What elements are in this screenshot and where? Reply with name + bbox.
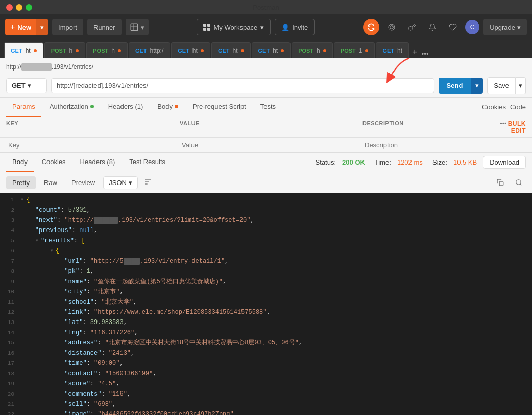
res-tab-test-results[interactable]: Test Results — [123, 153, 172, 172]
window-controls — [6, 4, 32, 11]
send-button[interactable]: Send — [439, 78, 471, 94]
tab-7[interactable]: POST h — [292, 42, 333, 58]
tab-2[interactable]: POST h — [86, 42, 128, 58]
search-button[interactable] — [512, 175, 526, 190]
tab-3[interactable]: GET http:/ — [129, 42, 170, 58]
key-input[interactable] — [6, 140, 180, 150]
maximize-button[interactable] — [26, 4, 32, 11]
auth-dot — [90, 105, 94, 108]
view-tab-preview[interactable]: Preview — [65, 176, 101, 189]
new-dropdown-arrow[interactable]: ▾ — [36, 19, 48, 35]
tab-label: h — [111, 47, 115, 54]
main-content: http://██████.193/v1/entries/ GET ▾ Send… — [0, 58, 532, 415]
copy-button[interactable] — [493, 175, 507, 190]
value-input[interactable] — [180, 140, 362, 150]
toolbar-center: My Workspace ▾ 👤 Invite — [153, 19, 359, 35]
send-dropdown[interactable]: ▾ — [471, 78, 483, 94]
res-tab-headers[interactable]: Headers (8) — [74, 153, 122, 172]
svg-point-8 — [516, 180, 521, 185]
res-tab-body[interactable]: Body — [6, 153, 34, 172]
code-viewer[interactable]: 1 ▾{ 2 "count": 57301, 3 "next": "http:/… — [0, 193, 532, 415]
req-tabs-right: Cookies Code — [482, 103, 526, 111]
code-line-7: 7 "url": "http://5████.193/v1/entry-deta… — [0, 257, 532, 267]
tab-dot — [201, 49, 204, 52]
import-button[interactable]: Import — [52, 19, 83, 35]
format-arrow: ▾ — [129, 179, 132, 187]
tab-6[interactable]: GET ht — [252, 42, 291, 58]
new-button[interactable]: + New ▾ — [5, 19, 48, 35]
tab-tests[interactable]: Tests — [254, 98, 282, 117]
more-tabs-button[interactable]: ••• — [420, 50, 431, 58]
tab-label: http:/ — [150, 47, 164, 54]
capture-button[interactable]: ▾ — [126, 19, 149, 35]
tab-method: POST — [341, 48, 356, 54]
value-header: VALUE — [180, 120, 362, 134]
tab-method: GET — [382, 48, 394, 54]
send-group: Send ▾ — [439, 78, 483, 94]
method-text: GET — [12, 82, 26, 89]
download-button[interactable]: Download — [483, 156, 526, 169]
method-select[interactable]: GET ▾ — [6, 78, 47, 93]
code-link[interactable]: Code — [510, 103, 526, 111]
save-dropdown[interactable]: ▾ — [516, 77, 526, 94]
code-line-12: 12 "link": "https://www.ele.me/shop/E120… — [0, 308, 532, 318]
upgrade-button[interactable]: Upgrade ▾ — [483, 19, 527, 35]
description-header: DESCRIPTION — [362, 120, 505, 134]
save-button[interactable]: Save — [487, 77, 516, 94]
tab-label: ht — [192, 47, 198, 54]
code-line-9: 9 "name": "鱼你在一起酸菜鱼(第5号档口惠优美食城店)", — [0, 277, 532, 287]
workspace-button[interactable]: My Workspace ▾ — [197, 19, 271, 35]
tab-params[interactable]: Params — [6, 98, 41, 117]
tab-5[interactable]: GET ht — [211, 42, 251, 58]
new-label: New — [17, 24, 31, 31]
sort-button[interactable] — [140, 176, 156, 190]
code-line-14: 14 "lng": "116.317226", — [0, 328, 532, 338]
res-tab-cookies[interactable]: Cookies — [36, 153, 72, 172]
tab-1[interactable]: POST h — [44, 42, 86, 58]
view-tab-pretty[interactable]: Pretty — [6, 176, 36, 189]
bulk-edit-link[interactable]: Bulk Edit — [508, 120, 526, 134]
params-table: KEY VALUE DESCRIPTION ••• Bulk Edit — [0, 117, 532, 152]
code-line-22: 22 "image": "b44436592fd3332f00cd1eb93c4… — [0, 410, 532, 415]
tab-9[interactable]: GET ht — [376, 42, 409, 58]
cookies-link[interactable]: Cookies — [482, 103, 506, 111]
runner-button[interactable]: Runner — [87, 19, 122, 35]
code-line-1: 1 ▾{ — [0, 195, 532, 205]
workspace-arrow: ▾ — [260, 24, 264, 31]
tab-pre-request[interactable]: Pre-request Script — [186, 98, 252, 117]
radar-button[interactable] — [383, 19, 400, 35]
tab-body[interactable]: Body — [151, 98, 184, 117]
tab-method: GET — [258, 48, 270, 54]
key-button[interactable] — [404, 19, 420, 35]
request-bar: GET ▾ Send ▾ Save ▾ — [0, 74, 532, 98]
url-input[interactable] — [51, 78, 434, 93]
tab-active[interactable]: GET ht — [4, 42, 43, 58]
grid-icon — [203, 24, 210, 31]
tab-headers[interactable]: Headers (1) — [102, 98, 150, 117]
format-select[interactable]: JSON ▾ — [103, 176, 138, 189]
tab-label: ht — [273, 47, 278, 54]
tabs-bar: GET ht POST h POST h GET http:/ GET ht G… — [0, 40, 532, 58]
close-button[interactable] — [6, 4, 13, 11]
key-header: KEY — [6, 120, 180, 134]
heart-button[interactable] — [445, 19, 461, 35]
sync-button[interactable] — [363, 19, 379, 35]
minimize-button[interactable] — [16, 4, 22, 11]
user-avatar[interactable]: C — [465, 20, 479, 34]
invite-button[interactable]: 👤 Invite — [275, 19, 315, 35]
tab-method: GET — [11, 48, 22, 54]
description-input[interactable] — [362, 140, 505, 150]
bell-button[interactable] — [424, 19, 441, 35]
tab-4[interactable]: GET ht — [171, 42, 210, 58]
response-tabs-bar: Body Cookies Headers (8) Test Results St… — [0, 152, 532, 172]
new-tab-button[interactable]: + — [410, 47, 420, 58]
tab-8[interactable]: POST 1 — [334, 42, 375, 58]
code-line-13: 13 "lat": 39.983583, — [0, 318, 532, 328]
tab-authorization[interactable]: Authorization — [43, 98, 100, 117]
tab-method: GET — [178, 48, 189, 54]
view-tab-raw[interactable]: Raw — [38, 176, 63, 189]
tab-method: GET — [135, 48, 147, 54]
code-line-18: 18 "contact": "15601366199", — [0, 369, 532, 379]
code-line-3: 3 "next": "http://██████.193/v1/entries/… — [0, 216, 532, 226]
tab-label: ht — [397, 47, 402, 54]
